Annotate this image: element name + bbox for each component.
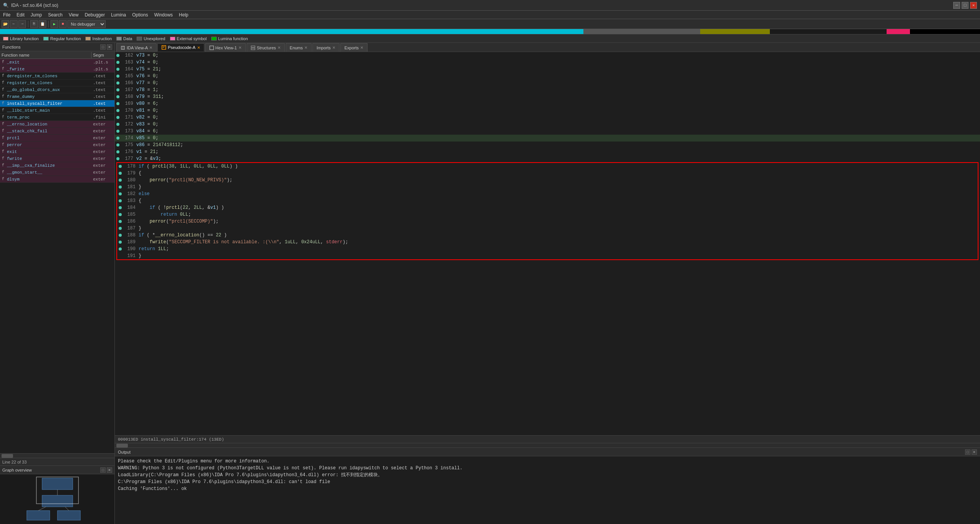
code-line-180: 180 perror("prctl(NO_NEW_PRIVS)");: [117, 177, 978, 184]
menu-windows[interactable]: Windows: [151, 11, 176, 19]
code-line-173: 173 v84 = 6;: [115, 128, 980, 135]
tab-close[interactable]: ✕: [278, 46, 281, 50]
toolbar-stop[interactable]: ■: [59, 20, 67, 28]
func-icon: f: [0, 163, 6, 169]
output-float[interactable]: □: [965, 449, 970, 455]
tab-close[interactable]: ✕: [360, 46, 363, 50]
func-row-gmon[interactable]: f __gmon_start__ exter: [0, 169, 114, 176]
menu-edit[interactable]: Edit: [13, 11, 28, 19]
func-icon: f: [0, 114, 6, 120]
func-row-fwrite[interactable]: f _fwrite .plt.s: [0, 66, 114, 73]
line-num: 165: [121, 73, 136, 79]
menu-view[interactable]: View: [65, 11, 82, 19]
func-row-register[interactable]: f register_tm_clones .text: [0, 80, 114, 86]
func-row-cxa[interactable]: f __imp__cxa_finalize exter: [0, 162, 114, 169]
code-line-189: 189 fwrite("SECCOMP_FILTER is not availa…: [117, 239, 978, 246]
seg-dark-gray: [583, 29, 700, 34]
func-row-dlsym[interactable]: f dlsym exter: [0, 176, 114, 183]
code-dot: [119, 172, 122, 175]
close-button[interactable]: ✕: [970, 2, 977, 9]
scroll-h-functions[interactable]: [0, 453, 114, 458]
toolbar-play[interactable]: ▶: [51, 20, 58, 28]
func-row-perror[interactable]: f perror exter: [0, 142, 114, 148]
line-num: 175: [121, 142, 136, 148]
panel-close[interactable]: ✕: [107, 44, 112, 50]
func-row-stack[interactable]: f __stack_chk_fail exter: [0, 128, 114, 135]
tab-ida-view-a[interactable]: IDA View-A ✕: [116, 43, 157, 52]
code-text: v82 = 0;: [136, 115, 158, 120]
tab-close[interactable]: ✕: [304, 46, 307, 50]
func-row-libc[interactable]: f __libc_start_main .text: [0, 107, 114, 114]
line-num: 180: [123, 177, 139, 183]
code-text: v2 = &v3;: [136, 156, 161, 161]
menu-debugger[interactable]: Debugger: [82, 11, 108, 19]
panel-float[interactable]: □: [100, 44, 106, 50]
func-icon: f: [0, 59, 6, 65]
output-close[interactable]: ✕: [972, 449, 977, 455]
func-row-install-syscall[interactable]: f install_syscall_filter .text: [0, 100, 114, 107]
legend-label-external: External symbol: [177, 36, 207, 41]
func-name: install_syscall_filter: [6, 101, 91, 106]
func-row-frame[interactable]: f frame_dummy .text: [0, 93, 114, 100]
output-title: Output: [118, 450, 131, 454]
code-area: 162 v73 = 0; 163 v74 = 0; 164 v75 = 21; …: [115, 52, 980, 448]
func-name: term_proc: [6, 115, 91, 120]
tab-pseudocode-a[interactable]: Pseudocode-A ✕: [157, 43, 204, 52]
func-row-fwrite2[interactable]: f fwrite exter: [0, 155, 114, 162]
legend-color-unexplored: [137, 37, 142, 41]
toolbar-copy[interactable]: ⎘: [30, 20, 38, 28]
func-seg: .plt.s: [91, 60, 114, 65]
graph-svg: [15, 476, 100, 522]
code-line-182: 182 else: [117, 190, 978, 197]
graph-float[interactable]: □: [100, 467, 106, 473]
functions-panel-header: Functions □ ✕: [0, 43, 114, 51]
func-row-exit[interactable]: f _exit .plt.s: [0, 59, 114, 66]
tab-enums[interactable]: Enums ✕: [286, 43, 312, 52]
tab-close[interactable]: ✕: [332, 46, 335, 50]
menu-file[interactable]: File: [0, 11, 13, 19]
menu-help[interactable]: Help: [176, 11, 191, 19]
func-row-term[interactable]: f term_proc .fini: [0, 114, 114, 121]
address-bar: 000013ED install_syscall_filter:174 (13E…: [115, 435, 980, 443]
func-row-errno[interactable]: f __errno_location exter: [0, 121, 114, 128]
graph-close[interactable]: ✕: [107, 467, 112, 473]
tab-hex-view[interactable]: Hex View-1 ✕: [205, 43, 246, 52]
legend-data: Data: [116, 36, 132, 41]
minimize-button[interactable]: ─: [953, 2, 960, 9]
tab-graph-icon: [121, 46, 125, 50]
tab-structures[interactable]: Structures ✕: [247, 43, 285, 52]
menu-jump[interactable]: Jump: [28, 11, 45, 19]
func-name: exit: [6, 150, 91, 154]
functions-list[interactable]: f _exit .plt.s f _fwrite .plt.s f deregi…: [0, 59, 114, 453]
toolbar-back[interactable]: ←: [10, 20, 18, 28]
func-row-global[interactable]: f __do_global_dtors_aux .text: [0, 86, 114, 93]
func-row-exit2[interactable]: f exit exter: [0, 148, 114, 155]
tab-imports[interactable]: Imports ✕: [312, 43, 340, 52]
menu-options[interactable]: Options: [129, 11, 151, 19]
func-icon: f: [0, 107, 6, 114]
tab-close[interactable]: ✕: [149, 46, 152, 50]
func-seg: exter: [91, 143, 114, 147]
func-row-prctl[interactable]: f prctl exter: [0, 135, 114, 142]
debugger-select[interactable]: No debugger: [67, 20, 106, 28]
code-line-185: 185 return 0LL;: [117, 211, 978, 218]
toolbar-fwd[interactable]: →: [18, 20, 26, 28]
func-row-deregister[interactable]: f deregister_tm_clones .text: [0, 73, 114, 80]
menu-lumina[interactable]: Lumina: [108, 11, 129, 19]
func-seg: exter: [91, 150, 114, 154]
navigation-segments: [0, 29, 980, 34]
code-scroll[interactable]: 162 v73 = 0; 163 v74 = 0; 164 v75 = 21; …: [115, 52, 980, 435]
toolbar-open[interactable]: 📂: [2, 20, 9, 28]
scroll-h-code[interactable]: [115, 443, 980, 448]
code-line-169: 169 v80 = 6;: [115, 100, 980, 107]
code-dot: [116, 102, 119, 105]
tab-close[interactable]: ✕: [238, 46, 242, 50]
tab-active-close[interactable]: ✕: [197, 46, 200, 50]
maximize-button[interactable]: □: [962, 2, 969, 9]
toolbar-paste[interactable]: 📋: [39, 20, 46, 28]
menu-search[interactable]: Search: [45, 11, 65, 19]
functions-table-header: Function name Segm: [0, 51, 114, 59]
code-text: v73 = 0;: [136, 53, 158, 58]
tab-exports[interactable]: Exports ✕: [340, 43, 368, 52]
line-num: 179: [123, 171, 139, 176]
